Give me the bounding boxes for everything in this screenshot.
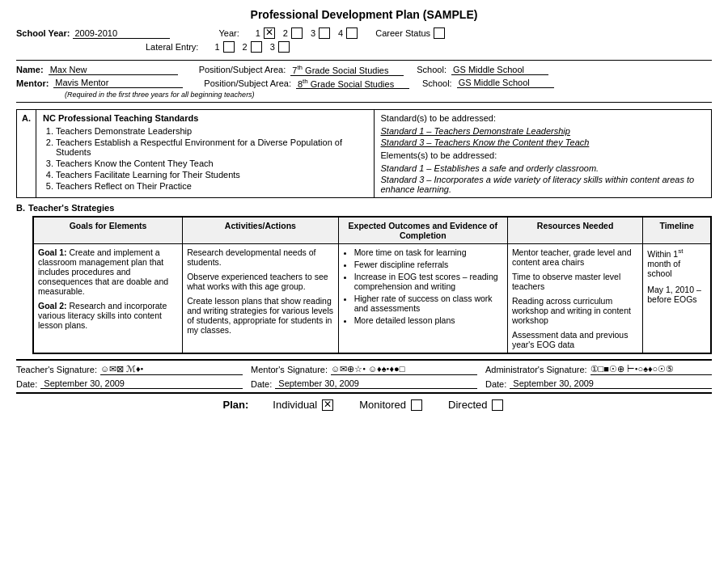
sig-row: Teacher's Signature: ☺✉⊠ ℳ♦• Mentor's Si… [16, 364, 712, 375]
admin-date-block: Date: September 30, 2009 [485, 378, 712, 389]
year-1-checkbox[interactable] [264, 27, 275, 39]
section-a-left: NC Professional Teaching Standards Teach… [36, 110, 375, 197]
year-4-checkbox[interactable] [346, 27, 358, 39]
goals-cell: Goal 1: Create and implement a classroom… [34, 244, 183, 353]
year-1-label: 1 [256, 28, 260, 38]
standard-1: Teachers Demonstrate Leadership [56, 126, 367, 136]
date-row: Date: September 30, 2009 Date: September… [16, 378, 712, 389]
plan-directed-checkbox[interactable] [492, 399, 503, 411]
required-note: (Required in the first three years for a… [65, 91, 712, 99]
year-2-checkbox[interactable] [291, 27, 303, 39]
lateral-1-checkbox[interactable] [223, 41, 235, 53]
section-a: A. NC Professional Teaching Standards Te… [16, 109, 712, 198]
admin-sig-value: ①□■☉⊕ ⊢•○♠♦○☉⑤ [590, 364, 712, 375]
outcomes-cell: More time on task for learning Fewer dis… [338, 244, 507, 353]
mentor-position: 8th Grade Social Studies [296, 78, 409, 90]
standard-2: Teachers Establish a Respectful Environm… [56, 137, 367, 157]
activity-3: Create lesson plans that show reading an… [187, 296, 334, 335]
name-row: Name: Max New Position/Subject Area: 7th… [16, 64, 712, 76]
timeline-cell: Within 1st month of school May 1, 2010 –… [643, 244, 711, 353]
outcome-5: More detailed lesson plans [354, 315, 503, 325]
year-4: 4 [338, 27, 359, 39]
plan-directed-label: Directed [448, 399, 487, 411]
admin-sig-label: Administrator's Signature: [485, 365, 587, 374]
outcome-1: More time on task for learning [354, 247, 503, 257]
name-position: 7th Grade Social Studies [290, 64, 404, 76]
name-value: Max New [49, 65, 178, 75]
outcome-4: Higher rate of success on class work and… [354, 294, 503, 313]
lateral-entry-label: Lateral Entry: [146, 42, 198, 52]
resource-3: Reading across curriculum workshop and w… [512, 296, 638, 325]
mentor-sig-value: ☺✉⊕☆• ☺♦♠•♦●□ [331, 364, 477, 375]
lateral-1-label: 1 [214, 42, 219, 52]
resource-4: Assessment data and previous year's EOG … [512, 330, 638, 349]
plan-individual: Individual [273, 399, 335, 411]
year-3-label: 3 [311, 28, 315, 38]
strategies-table-wrapper: Goals for Elements Activities/Actions Ex… [32, 216, 712, 354]
year-1: 1 [256, 27, 277, 39]
admin-sig-block: Administrator's Signature: ①□■☉⊕ ⊢•○♠♦○☉… [485, 364, 712, 375]
year-2: 2 [283, 27, 304, 39]
table-row: Goal 1: Create and implement a classroom… [34, 244, 711, 353]
resources-cell: Mentor teacher, grade level and content … [507, 244, 642, 353]
school-label-2: School: [422, 78, 452, 88]
position-label-1: Position/Subject Area: [199, 65, 286, 74]
addressed-standard-1: Standard 1 – Teachers Demonstrate Leader… [381, 126, 705, 136]
plan-section: Plan: Individual Monitored Directed [16, 392, 712, 411]
year-3: 3 [311, 27, 332, 39]
plan-monitored: Monitored [359, 399, 424, 411]
teacher-sig-block: Teacher's Signature: ☺✉⊠ ℳ♦• [16, 364, 243, 375]
teacher-date-label: Date: [16, 379, 37, 389]
position-label-2: Position/Subject Area: [204, 78, 291, 88]
section-b-title: Teacher's Strategies [28, 203, 114, 213]
elements-addressed-title: Elements(s) to be addressed: [381, 150, 705, 160]
section-a-header: A. NC Professional Teaching Standards Te… [17, 110, 711, 197]
year-3-checkbox[interactable] [319, 27, 330, 39]
plan-monitored-label: Monitored [359, 399, 406, 411]
table-header-row: Goals for Elements Activities/Actions Ex… [34, 218, 711, 244]
resource-1: Mentor teacher, grade level and content … [512, 247, 638, 267]
goal-2-text: Goal 2: Research and incorporate various… [38, 301, 178, 330]
standard-5: Teachers Reflect on Their Practice [56, 181, 367, 191]
lateral-3-checkbox[interactable] [278, 41, 290, 53]
lateral-1: 1 [214, 41, 235, 53]
career-status-checkbox[interactable] [434, 27, 445, 39]
teacher-date-block: Date: September 30, 2009 [16, 378, 243, 389]
col-header-timeline: Timeline [643, 218, 711, 244]
mentor-date-value: September 30, 2009 [275, 378, 477, 389]
mentor-school: GS Middle School [457, 78, 554, 88]
plan-individual-checkbox[interactable] [322, 399, 333, 411]
section-b: B. Teacher's Strategies Goals for Elemen… [16, 203, 712, 354]
standard-4: Teachers Facilitate Learning for Their S… [56, 170, 367, 180]
admin-date-value: September 30, 2009 [510, 378, 712, 389]
strategies-table: Goals for Elements Activities/Actions Ex… [33, 217, 711, 353]
outcome-2: Fewer discipline referrals [354, 260, 503, 269]
activity-2: Observe experienced teachers to see what… [187, 272, 334, 291]
col-header-activities: Activities/Actions [183, 218, 339, 244]
lateral-numbers: 1 2 3 [214, 41, 290, 53]
lateral-3-label: 3 [270, 42, 275, 52]
standards-title: NC Professional Teaching Standards [43, 113, 367, 123]
document-container: Professional Development Plan (SAMPLE) S… [16, 8, 712, 411]
lateral-row: Lateral Entry: 1 2 3 [16, 41, 712, 53]
mentor-sig-block: Mentor's Signature: ☺✉⊕☆• ☺♦♠•♦●□ [251, 364, 477, 375]
col-header-goals: Goals for Elements [34, 218, 183, 244]
standard-3: Teachers Know the Content They Teach [56, 158, 367, 168]
career-status-label: Career Status [375, 28, 430, 38]
lateral-3: 3 [270, 41, 291, 53]
plan-monitored-checkbox[interactable] [411, 399, 422, 411]
header-section: School Year: 2009-2010 Year: 1 2 3 4 [16, 27, 712, 55]
teacher-date-value: September 30, 2009 [40, 378, 243, 389]
standards-addressed-title: Standard(s) to be addressed: [381, 113, 705, 123]
resource-2: Time to observe master level teachers [512, 272, 638, 291]
col-header-outcomes: Expected Outcomes and Evidence of Comple… [338, 218, 507, 244]
plan-directed: Directed [448, 399, 505, 411]
mentor-sig-label: Mentor's Signature: [251, 365, 328, 374]
name-school: GS Middle School [451, 65, 548, 75]
teacher-sig-value: ☺✉⊠ ℳ♦• [100, 364, 243, 375]
lateral-2-checkbox[interactable] [251, 41, 262, 53]
mentor-date-label: Date: [251, 379, 272, 389]
plan-label: Plan: [223, 399, 249, 411]
section-a-right: Standard(s) to be addressed: Standard 1 … [375, 110, 712, 197]
teacher-sig-label: Teacher's Signature: [16, 365, 97, 374]
